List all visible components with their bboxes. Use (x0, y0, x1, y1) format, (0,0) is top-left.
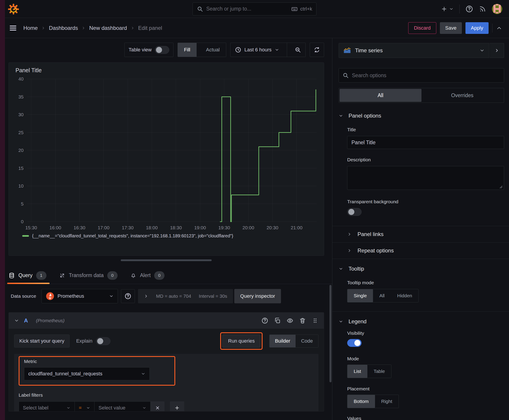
fill-option[interactable]: Fill (178, 43, 197, 57)
pane-resize-handle[interactable] (121, 259, 212, 261)
remove-filter-button[interactable] (151, 401, 165, 412)
svg-text:5: 5 (21, 201, 23, 206)
collapse-header-button[interactable] (496, 25, 502, 31)
query-row-header[interactable]: A (Prometheus) (9, 313, 324, 329)
query-options-summary[interactable]: MD = auto = 704 Interval = 30s (138, 289, 233, 303)
save-button[interactable]: Save (440, 22, 462, 34)
panel-options-header[interactable]: Panel options (339, 113, 504, 119)
options-scope-tabs: All Overrides (339, 88, 504, 103)
kickstart-query-button[interactable]: Kick start your query (14, 335, 69, 347)
select-label-dropdown[interactable]: Select label (19, 401, 75, 412)
panel-description-textarea[interactable] (347, 166, 504, 190)
svg-text:20: 20 (18, 148, 23, 153)
svg-text:20:30: 20:30 (267, 225, 279, 230)
title-field-label: Title (347, 127, 504, 132)
panel-title-input[interactable] (347, 136, 504, 149)
breadcrumb: Home Dashboards New dashboard Edit panel (23, 25, 162, 31)
breadcrumb-home[interactable]: Home (23, 25, 38, 31)
datasource-picker[interactable]: Prometheus (42, 289, 118, 303)
code-option[interactable]: Code (296, 335, 318, 347)
builder-option[interactable]: Builder (270, 335, 296, 347)
options-search-input[interactable] (352, 73, 500, 79)
mega-menu-button[interactable] (9, 24, 17, 32)
discard-button[interactable]: Discard (408, 22, 436, 34)
tab-transform[interactable]: Transform data 0 (59, 267, 118, 284)
select-value-dropdown[interactable]: Select value (94, 401, 151, 412)
breadcrumb-dashboards[interactable]: Dashboards (49, 25, 78, 31)
panel-title: Panel Title (14, 63, 319, 75)
active-tab-underline (7, 283, 50, 284)
svg-text:10: 10 (18, 183, 23, 188)
breadcrumb-new-dashboard[interactable]: New dashboard (89, 25, 127, 31)
hide-response-icon[interactable] (287, 317, 293, 324)
visualization-picker[interactable]: Time series (339, 43, 489, 58)
zoom-out-time-button[interactable] (290, 43, 305, 57)
help-icon (125, 293, 131, 300)
news-button[interactable] (479, 5, 486, 13)
metric-select[interactable]: cloudflared_tunnel_total_requests (24, 367, 150, 380)
tooltip-mode-hidden[interactable]: Hidden (391, 289, 418, 302)
datasource-row: Data source Prometheus (8, 289, 324, 303)
delete-query-icon[interactable] (299, 317, 306, 324)
legend-placement-right[interactable]: Right (375, 395, 399, 408)
legend-mode-list[interactable]: List (347, 365, 367, 378)
table-view-toggle[interactable] (155, 46, 169, 54)
legend-visibility-label: Visibility (347, 330, 504, 336)
chart-legend[interactable]: {__name__="cloudflared_tunnel_total_requ… (14, 232, 319, 239)
new-menu-button[interactable] (441, 6, 454, 12)
legend-series-label[interactable]: {__name__="cloudflared_tunnel_total_requ… (32, 233, 233, 239)
tooltip-section-header[interactable]: Tooltip (339, 266, 504, 272)
avatar-image (492, 4, 502, 14)
max-data-points-stat: MD = auto = 704 (156, 293, 191, 299)
repeat-options-label: Repeat options (357, 248, 394, 254)
time-range-picker[interactable]: Last 6 hours (230, 43, 284, 57)
chevron-right-icon (347, 248, 352, 254)
apply-button[interactable]: Apply (465, 22, 489, 34)
query-inspector-button[interactable]: Query inspector (234, 289, 281, 303)
tab-all-options[interactable]: All (340, 89, 421, 102)
tab-overrides[interactable]: Overrides (421, 89, 503, 102)
legend-placement-label: Placement (347, 386, 504, 391)
panel-links-section[interactable]: Panel links (347, 226, 504, 242)
tooltip-mode-single[interactable]: Single (347, 289, 373, 302)
legend-section-header[interactable]: Legend (339, 318, 504, 325)
tab-alert[interactable]: Alert 0 (130, 267, 165, 284)
help-button[interactable] (465, 5, 473, 13)
transform-icon (59, 272, 65, 279)
tooltip-mode-all[interactable]: All (373, 289, 391, 302)
global-search-input[interactable] (206, 6, 288, 12)
duplicate-query-icon[interactable] (274, 317, 281, 324)
panel-preview: Panel Title 051015202530354015:3016:0016… (8, 62, 324, 256)
run-queries-button[interactable]: Run queries (222, 335, 260, 347)
repeat-options-section[interactable]: Repeat options (347, 242, 504, 259)
drag-handle-icon[interactable] (312, 317, 319, 324)
user-avatar[interactable] (492, 4, 502, 14)
viz-suggestions-button[interactable] (490, 43, 504, 58)
datasource-help-button[interactable] (121, 289, 135, 303)
svg-text:0: 0 (21, 219, 23, 224)
actual-option[interactable]: Actual (200, 43, 226, 57)
grafana-logo[interactable] (8, 3, 19, 15)
query-help-icon[interactable] (261, 317, 268, 324)
operator-dropdown[interactable]: = (75, 401, 94, 412)
explain-toggle[interactable] (96, 337, 110, 345)
breadcrumb-separator-icon (82, 25, 85, 31)
add-filter-button[interactable] (170, 401, 184, 412)
legend-placement-switch: Bottom Right (347, 395, 399, 408)
options-search[interactable] (339, 68, 504, 82)
help-icon (465, 5, 473, 13)
svg-text:15:30: 15:30 (25, 225, 37, 230)
legend-visibility-toggle[interactable] (347, 339, 362, 347)
global-search[interactable]: ctrl+k (193, 2, 316, 15)
time-range-label: Last 6 hours (244, 47, 272, 53)
left-pane-scrollbar[interactable] (329, 285, 332, 382)
legend-placement-bottom[interactable]: Bottom (347, 395, 375, 408)
resize-grip-icon[interactable] (499, 185, 503, 189)
refresh-button[interactable] (310, 43, 324, 57)
chevron-down-icon (480, 47, 485, 54)
tab-query[interactable]: Query 1 (8, 267, 46, 284)
grafana-logo-icon (8, 3, 19, 15)
legend-mode-table[interactable]: Table (367, 365, 391, 378)
svg-text:19:00: 19:00 (194, 225, 206, 230)
transparent-bg-toggle[interactable] (347, 208, 362, 216)
